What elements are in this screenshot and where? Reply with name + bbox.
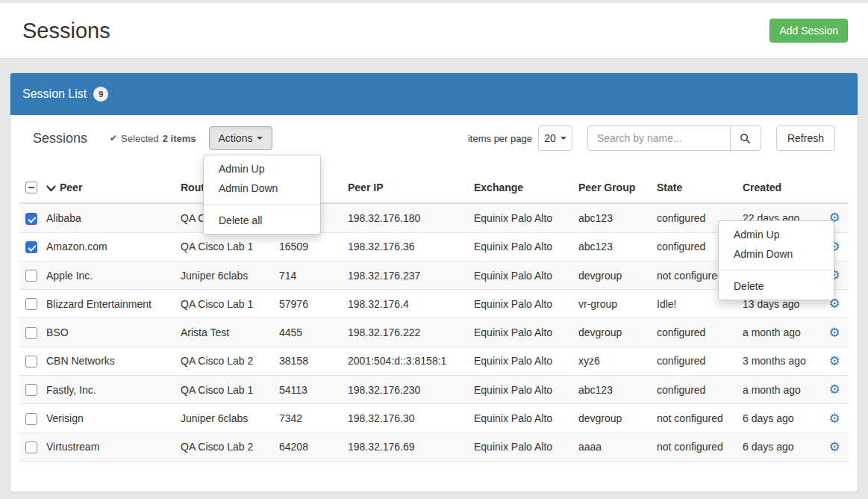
row-checkbox[interactable] xyxy=(25,384,37,396)
cell-peer-group: devgroup xyxy=(572,318,651,347)
cell-peer-group: abc123 xyxy=(572,232,651,261)
cell-peer: Fastly, Inc. xyxy=(40,376,175,404)
toolbar-right-group: items per page 20 Refresh xyxy=(468,125,835,151)
cell-asn: 54113 xyxy=(273,376,342,404)
column-header-exchange[interactable]: Exchange xyxy=(468,175,572,203)
cell-created: a month ago xyxy=(737,318,820,347)
row-actions-cell: ⚙ xyxy=(820,376,849,404)
cell-peer-ip: 198.32.176.222 xyxy=(342,318,468,347)
page-header: Sessions Add Session xyxy=(0,3,868,59)
row-select-cell xyxy=(19,203,40,232)
actions-dropdown-button[interactable]: Actions xyxy=(209,126,273,150)
actions-menu-admin-up[interactable]: Admin Up xyxy=(204,159,320,179)
cell-exchange: Equinix Palo Alto xyxy=(468,376,572,404)
row-menu-admin-up[interactable]: Admin Up xyxy=(719,225,834,244)
row-actions-cell: ⚙ xyxy=(820,404,849,433)
row-checkbox[interactable] xyxy=(25,241,37,253)
cell-peer: Apple Inc. xyxy=(40,261,175,289)
cell-peer-ip: 198.32.176.4 xyxy=(342,290,468,318)
menu-divider xyxy=(719,270,834,270)
search-button[interactable] xyxy=(730,125,761,151)
panel-title: Session List xyxy=(22,87,87,101)
cell-peer-ip: 198.32.176.30 xyxy=(342,404,468,433)
row-menu-admin-down[interactable]: Admin Down xyxy=(719,244,834,264)
row-checkbox[interactable] xyxy=(25,327,37,339)
cell-state: configured xyxy=(651,318,737,347)
panel-header: Session List 9 xyxy=(10,73,858,115)
gear-icon[interactable]: ⚙ xyxy=(828,354,840,368)
cell-exchange: Equinix Palo Alto xyxy=(468,404,572,433)
row-checkbox[interactable] xyxy=(25,213,37,225)
cell-router: Juniper 6clabs xyxy=(175,404,273,433)
cell-exchange: Equinix Palo Alto xyxy=(468,290,572,318)
cell-peer-group: abc123 xyxy=(572,203,651,232)
row-checkbox[interactable] xyxy=(25,270,37,282)
gear-icon[interactable]: ⚙ xyxy=(828,382,840,397)
gear-icon[interactable]: ⚙ xyxy=(828,326,840,340)
search-group xyxy=(587,125,761,151)
cell-peer: CBN Networks xyxy=(40,347,175,375)
search-input[interactable] xyxy=(587,125,731,151)
cell-peer-group: abc123 xyxy=(572,376,651,404)
column-header-peer[interactable]: Peer xyxy=(40,175,175,203)
row-checkbox[interactable] xyxy=(25,356,37,368)
cell-state: configured xyxy=(651,347,737,375)
actions-button-label: Actions xyxy=(219,131,253,145)
cell-peer-group: vr-group xyxy=(572,290,651,318)
cell-asn: 4455 xyxy=(273,318,342,347)
gear-icon[interactable]: ⚙ xyxy=(828,412,840,426)
table-subtitle: Sessions xyxy=(33,131,87,146)
cell-peer-ip: 198.32.176.180 xyxy=(342,203,468,232)
cell-state: not configured xyxy=(651,404,737,433)
page-size-value: 20 xyxy=(544,132,556,144)
cell-peer-group: aaaa xyxy=(572,433,651,461)
cell-asn: 64208 xyxy=(273,433,342,461)
table-row: BSO Arista Test 4455 198.32.176.222 Equi… xyxy=(19,318,849,347)
row-select-cell xyxy=(19,376,40,404)
caret-down-icon xyxy=(257,137,263,140)
column-header-actions xyxy=(820,175,849,203)
cell-router: QA Cisco Lab 1 xyxy=(175,232,273,261)
items-per-page-select[interactable]: 20 xyxy=(538,125,572,151)
add-session-button[interactable]: Add Session xyxy=(769,19,848,43)
row-select-cell xyxy=(19,433,40,461)
session-count-badge: 9 xyxy=(93,87,108,102)
session-table: Peer Router ASN Peer IP Exchange Peer Gr… xyxy=(19,175,849,462)
select-all-checkbox[interactable] xyxy=(25,182,37,193)
cell-peer: Blizzard Entertainment xyxy=(40,290,175,318)
cell-exchange: Equinix Palo Alto xyxy=(468,318,572,347)
cell-created: 6 days ago xyxy=(737,433,820,461)
cell-peer-group: devgroup xyxy=(572,404,651,433)
actions-menu-admin-down[interactable]: Admin Down xyxy=(204,179,320,198)
row-checkbox[interactable] xyxy=(25,298,37,310)
sort-desc-icon xyxy=(46,185,56,192)
cell-router: Arista Test xyxy=(175,318,273,347)
table-row: Verisign Juniper 6clabs 7342 198.32.176.… xyxy=(19,404,849,433)
cell-router: QA Cisco Lab 1 xyxy=(175,290,273,318)
row-select-cell xyxy=(19,261,40,289)
row-menu-delete[interactable]: Delete xyxy=(719,276,834,296)
column-header-peer-ip[interactable]: Peer IP xyxy=(342,175,468,203)
chevron-down-icon xyxy=(561,137,566,140)
column-header-peer-group[interactable]: Peer Group xyxy=(572,175,651,203)
row-checkbox[interactable] xyxy=(25,441,37,453)
refresh-button[interactable]: Refresh xyxy=(776,125,835,151)
column-header-created[interactable]: Created xyxy=(737,175,820,203)
cell-peer-group: xyz6 xyxy=(572,347,651,375)
cell-asn: 16509 xyxy=(273,232,342,261)
row-checkbox[interactable] xyxy=(25,413,37,425)
column-header-state[interactable]: State xyxy=(651,175,737,203)
gear-icon[interactable]: ⚙ xyxy=(828,440,840,454)
cell-exchange: Equinix Palo Alto xyxy=(468,261,572,289)
actions-dropdown-menu: Admin Up Admin Down Delete all xyxy=(203,155,321,235)
actions-menu-delete-all[interactable]: Delete all xyxy=(204,211,320,230)
cell-peer-ip: 198.32.176.230 xyxy=(342,376,468,404)
toolbar: Sessions ✔ Selected 2 items Actions item… xyxy=(19,125,849,151)
selected-label: Selected xyxy=(121,133,159,144)
cell-peer-ip: 198.32.176.69 xyxy=(342,433,468,461)
cell-created: a month ago xyxy=(737,376,820,404)
check-icon: ✔ xyxy=(110,133,117,143)
row-actions-cell: ⚙ xyxy=(820,318,849,347)
select-all-cell xyxy=(19,175,40,203)
cell-router: QA Cisco Lab 2 xyxy=(175,347,273,375)
